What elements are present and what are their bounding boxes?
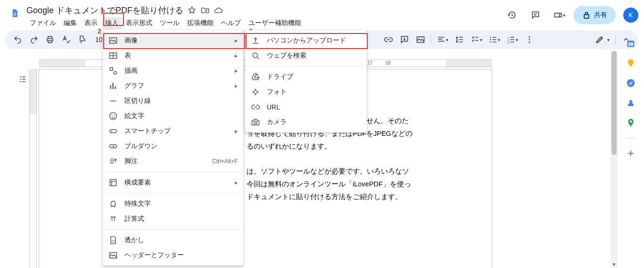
callout-1-label: 1 bbox=[100, 7, 104, 14]
docs-logo[interactable] bbox=[6, 4, 25, 23]
insert-headers[interactable]: ヘッダーとフッター bbox=[103, 248, 243, 263]
image-icon bbox=[108, 251, 118, 260]
hr-icon bbox=[108, 96, 118, 106]
chart-icon bbox=[108, 81, 118, 91]
menu-挿入[interactable]: 挿入 bbox=[102, 17, 122, 29]
insert-image-button[interactable] bbox=[413, 33, 428, 46]
menu-ツール[interactable]: ツール bbox=[157, 17, 183, 29]
chip-icon bbox=[108, 126, 118, 136]
comments-button[interactable] bbox=[526, 6, 545, 25]
more-toolbar-button[interactable] bbox=[522, 33, 537, 46]
menu-ユーザー補助機能[interactable]: ユーザー補助機能 bbox=[245, 17, 305, 29]
menu-編集[interactable]: 編集 bbox=[60, 17, 80, 29]
line-spacing-button[interactable] bbox=[452, 33, 467, 46]
emoji-icon bbox=[108, 111, 118, 121]
image-source-drive[interactable]: ドライブ bbox=[245, 69, 367, 84]
photos-icon bbox=[251, 87, 260, 97]
image-submenu: パソコンからアップロードウェブを検索ドライブフォトURLカメラ bbox=[245, 30, 367, 133]
star-icon[interactable] bbox=[187, 6, 197, 15]
undo-button[interactable] bbox=[10, 33, 25, 46]
upload-icon bbox=[251, 36, 260, 45]
submenu-arrow-icon: ▸ bbox=[235, 83, 238, 89]
meet-button[interactable]: ▾ bbox=[550, 6, 569, 25]
submenu-arrow-icon: ▸ bbox=[235, 37, 238, 44]
image-source-url[interactable]: URL bbox=[245, 100, 367, 115]
align-button[interactable]: ▾ bbox=[434, 33, 451, 46]
insert-drawing[interactable]: 描画▸ bbox=[103, 63, 243, 78]
cloud-status-icon[interactable] bbox=[214, 6, 223, 15]
vertical-ruler[interactable] bbox=[29, 69, 38, 268]
share-button[interactable]: 共有 bbox=[573, 6, 616, 24]
menu-表示形式[interactable]: 表示形式 bbox=[123, 17, 156, 29]
watermark-icon bbox=[108, 235, 118, 245]
submenu-arrow-icon: ▸ bbox=[235, 179, 238, 186]
insert-special[interactable]: 特殊文字 bbox=[103, 196, 243, 211]
get-addons-button[interactable] bbox=[626, 149, 636, 158]
account-avatar[interactable]: K bbox=[623, 8, 638, 23]
paint-format-button[interactable] bbox=[74, 33, 90, 46]
insert-hr[interactable]: 区切り線 bbox=[103, 93, 243, 109]
menu-ヘルプ[interactable]: ヘルプ bbox=[218, 17, 244, 29]
omega-icon bbox=[108, 199, 118, 209]
callout-2-label: 2 bbox=[98, 27, 101, 35]
menu-ファイル[interactable]: ファイル bbox=[26, 17, 59, 29]
footnote-icon bbox=[108, 157, 118, 166]
pi-icon bbox=[108, 214, 118, 224]
submenu-arrow-icon: ▸ bbox=[235, 128, 238, 134]
print-button[interactable] bbox=[42, 33, 58, 46]
insert-watermark[interactable]: 透かし bbox=[103, 233, 243, 248]
redo-button[interactable] bbox=[26, 33, 41, 46]
doc-title[interactable]: Google ドキュメントでPDFを貼り付ける bbox=[26, 5, 183, 16]
image-source-camera[interactable]: カメラ bbox=[245, 115, 367, 130]
insert-equation[interactable]: 計算式 bbox=[103, 211, 243, 226]
spellcheck-button[interactable] bbox=[58, 33, 74, 46]
side-panel bbox=[618, 30, 644, 268]
insert-footnote[interactable]: 脚注Ctrl+Alt+F bbox=[103, 154, 243, 169]
editing-mode-button[interactable]: ▾ bbox=[592, 33, 612, 46]
contacts-addon[interactable] bbox=[626, 98, 636, 108]
menu-bar: ファイル編集表示挿入表示形式ツール拡張機能ヘルプユーザー補助機能 bbox=[26, 17, 305, 29]
drive-icon bbox=[251, 72, 260, 82]
maps-addon[interactable] bbox=[626, 118, 636, 127]
search-icon bbox=[251, 51, 260, 60]
insert-chart[interactable]: グラフ▸ bbox=[103, 78, 243, 93]
move-icon[interactable] bbox=[200, 6, 210, 15]
history-button[interactable] bbox=[503, 6, 521, 25]
app-bar: Google ドキュメントでPDFを貼り付ける ファイル編集表示挿入表示形式ツー… bbox=[0, 0, 644, 30]
submenu-arrow-icon: ▸ bbox=[235, 52, 238, 59]
calendar-addon[interactable] bbox=[626, 39, 636, 48]
checklist-button[interactable]: ▾ bbox=[468, 33, 485, 46]
camera-icon bbox=[251, 117, 260, 127]
scroll-down-arrow[interactable]: ▼ bbox=[611, 261, 618, 268]
insert-table[interactable]: 表▸ bbox=[103, 48, 243, 63]
blocks-icon bbox=[108, 178, 118, 187]
share-label: 共有 bbox=[594, 11, 607, 19]
insert-image[interactable]: 画像▸ bbox=[103, 33, 243, 48]
drawing-icon bbox=[108, 66, 118, 75]
add-comment-button[interactable] bbox=[397, 33, 412, 46]
table-icon bbox=[108, 51, 118, 60]
submenu-arrow-icon: ▸ bbox=[235, 67, 238, 74]
image-source-web[interactable]: ウェブを検索 bbox=[245, 48, 367, 63]
image-source-upload[interactable]: パソコンからアップロード bbox=[245, 33, 367, 48]
bulleted-list-button[interactable]: ▾ bbox=[486, 33, 503, 46]
insert-dropdown[interactable]: プルダウン bbox=[103, 139, 243, 154]
insert-blocks[interactable]: 構成要素▸ bbox=[103, 175, 243, 190]
image-source-photos[interactable]: フォト bbox=[245, 84, 367, 100]
insert-menu: 画像▸表▸描画▸グラフ▸区切り線絵文字スマートチップ▸プルダウン脚注Ctrl+A… bbox=[103, 30, 243, 266]
tasks-addon[interactable] bbox=[626, 78, 636, 88]
image-icon bbox=[108, 36, 118, 45]
dropdown-icon bbox=[108, 142, 118, 151]
chevron-down-icon: ▾ bbox=[563, 13, 565, 18]
insert-link-button[interactable] bbox=[381, 33, 396, 46]
numbered-list-button[interactable]: ▾ bbox=[504, 33, 521, 46]
vertical-scrollbar[interactable]: ▲ ▼ bbox=[611, 51, 618, 268]
link-icon bbox=[251, 102, 260, 112]
keep-addon[interactable] bbox=[626, 59, 636, 68]
insert-emoji[interactable]: 絵文字 bbox=[103, 109, 243, 124]
menu-拡張機能[interactable]: 拡張機能 bbox=[184, 17, 217, 29]
scroll-thumb[interactable] bbox=[611, 51, 617, 155]
insert-chips[interactable]: スマートチップ▸ bbox=[103, 124, 243, 139]
